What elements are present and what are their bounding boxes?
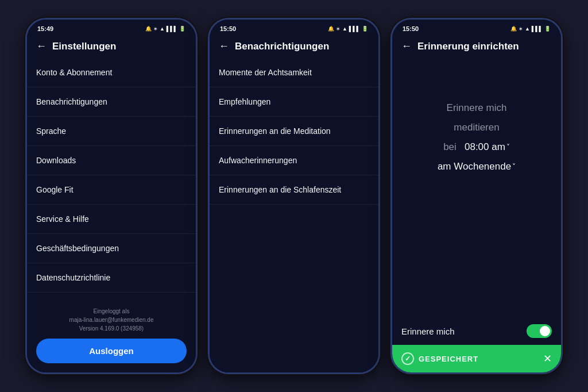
reminder-line3: bei 08:00 am ˅	[438, 137, 516, 157]
reminder-time-value: 08:00 am	[465, 137, 505, 157]
menu-item-meinedaten[interactable]: Meine Daten	[27, 293, 196, 301]
screen-2: Momente der Achtsamkeit Empfehlungen Eri…	[210, 58, 378, 372]
notification-icon: 🔔	[145, 26, 152, 32]
battery-icon: 🔋	[179, 26, 185, 32]
back-button-2[interactable]: ←	[219, 40, 229, 52]
menu-item-schlafenszeit[interactable]: Erinnerungen an die Schlafenszeit	[210, 175, 378, 205]
bluetooth-icon: ∗	[153, 26, 158, 32]
screen-title-3: Erinnerung einrichten	[417, 41, 519, 52]
menu-item-googlefit[interactable]: Google Fit	[27, 175, 196, 205]
menu-item-downloads[interactable]: Downloads	[27, 146, 196, 175]
menu-item-aufwach[interactable]: Aufwacherinnerungen	[210, 146, 378, 175]
reminder-freq-value: am Wochenende	[438, 157, 511, 176]
status-bar-2: 15:50 🔔 ∗ ▲ ▌▌▌ 🔋	[210, 20, 378, 36]
menu-item-konto[interactable]: Konto & Abonnement	[27, 58, 196, 87]
status-icons-3: 🔔 ∗ ▲ ▌▌▌ 🔋	[510, 26, 551, 32]
bluetooth-icon-3: ∗	[519, 26, 523, 32]
status-time-3: 15:50	[403, 25, 419, 32]
screen-1: Konto & Abonnement Benachrichtigungen Sp…	[27, 58, 196, 372]
notification-icon-3: 🔔	[510, 26, 517, 32]
toggle-label: Erinnere mich	[401, 326, 455, 336]
status-icons-1: 🔔 ∗ ▲ ▌▌▌ 🔋	[145, 26, 185, 32]
menu-item-momente[interactable]: Momente der Achtsamkeit	[210, 58, 378, 87]
reminder-toggle[interactable]	[527, 324, 552, 338]
footer-login-label: Eingeloggt als maja-lina.lauer@funkemedi…	[69, 307, 154, 333]
top-bar-3: ← Erinnerung einrichten	[392, 36, 561, 58]
chevron-down-icon-freq: ˅	[512, 160, 516, 174]
wifi-icon-2: ▲	[342, 26, 347, 32]
status-time-1: 15:49	[37, 25, 53, 32]
reminder-time-dropdown[interactable]: 08:00 am ˅	[465, 137, 510, 157]
notifications-menu: Momente der Achtsamkeit Empfehlungen Eri…	[210, 58, 378, 372]
reminder-line2: meditieren	[438, 118, 516, 137]
phone-2: 15:50 🔔 ∗ ▲ ▌▌▌ 🔋 ← Benachrichtigungen M…	[208, 18, 380, 374]
status-bar-1: 15:49 🔔 ∗ ▲ ▌▌▌ 🔋	[27, 20, 196, 36]
wifi-icon: ▲	[160, 26, 165, 32]
reminder-content: Erinnere mich meditieren bei 08:00 am ˅ …	[392, 58, 561, 324]
menu-item-geschaeft[interactable]: Geschäftsbedingungen	[27, 234, 196, 263]
wifi-icon-3: ▲	[525, 26, 530, 32]
reminder-text-block: Erinnere mich meditieren bei 08:00 am ˅ …	[438, 98, 516, 176]
logout-button[interactable]: Ausloggen	[36, 339, 187, 363]
reminder-bei-label: bei	[443, 141, 457, 152]
reminder-line1: Erinnere mich	[438, 98, 516, 118]
signal-icon-3: ▌▌▌	[532, 26, 543, 32]
bluetooth-icon-2: ∗	[336, 26, 341, 32]
screen-title-1: Einstellungen	[52, 41, 116, 52]
signal-icon: ▌▌▌	[167, 26, 177, 32]
footer-logged-in-as: Eingeloggt als	[94, 308, 130, 314]
saved-banner: ✓ GESPEICHERT ✕	[392, 345, 561, 372]
menu-item-datenschutz[interactable]: Datenschutzrichtlinie	[27, 263, 196, 293]
saved-check-icon: ✓	[401, 352, 414, 365]
phone-3: 15:50 🔔 ∗ ▲ ▌▌▌ 🔋 ← Erinnerung einrichte…	[390, 18, 563, 374]
menu-item-empfehlungen[interactable]: Empfehlungen	[210, 87, 378, 117]
phone-footer-1: Eingeloggt als maja-lina.lauer@funkemedi…	[27, 301, 196, 372]
menu-item-erinnerungen-meditation[interactable]: Erinnerungen an die Meditation	[210, 117, 378, 146]
saved-label: GESPEICHERT	[419, 355, 478, 363]
phone-1: 15:49 🔔 ∗ ▲ ▌▌▌ 🔋 ← Einstellungen Konto …	[25, 18, 198, 374]
battery-icon-3: 🔋	[544, 26, 551, 32]
saved-left: ✓ GESPEICHERT	[401, 352, 478, 365]
status-bar-3: 15:50 🔔 ∗ ▲ ▌▌▌ 🔋	[392, 20, 561, 36]
reminder-freq-dropdown[interactable]: am Wochenende ˅	[438, 157, 516, 176]
menu-item-sprache[interactable]: Sprache	[27, 117, 196, 146]
saved-close-button[interactable]: ✕	[543, 352, 552, 365]
status-icons-2: 🔔 ∗ ▲ ▌▌▌ 🔋	[328, 26, 368, 32]
settings-menu: Konto & Abonnement Benachrichtigungen Sp…	[27, 58, 196, 301]
footer-version: Version 4.169.0 (324958)	[79, 325, 144, 332]
footer-email: maja-lina.lauer@funkemedien.de	[69, 317, 154, 323]
chevron-down-icon-time: ˅	[506, 140, 510, 154]
back-button-1[interactable]: ←	[36, 40, 47, 52]
reminder-toggle-row: Erinnere mich	[392, 324, 561, 338]
top-bar-2: ← Benachrichtigungen	[210, 36, 378, 58]
menu-item-service[interactable]: Service & Hilfe	[27, 205, 196, 234]
signal-icon-2: ▌▌▌	[349, 26, 360, 32]
battery-icon-2: 🔋	[362, 26, 368, 32]
notification-icon-2: 🔔	[328, 26, 334, 32]
screen-3: Erinnere mich meditieren bei 08:00 am ˅ …	[392, 58, 561, 372]
status-time-2: 15:50	[220, 25, 236, 32]
back-button-3[interactable]: ←	[401, 40, 412, 52]
menu-item-benachrichtigungen[interactable]: Benachrichtigungen	[27, 87, 196, 117]
screen-title-2: Benachrichtigungen	[235, 41, 329, 52]
top-bar-1: ← Einstellungen	[27, 36, 196, 58]
